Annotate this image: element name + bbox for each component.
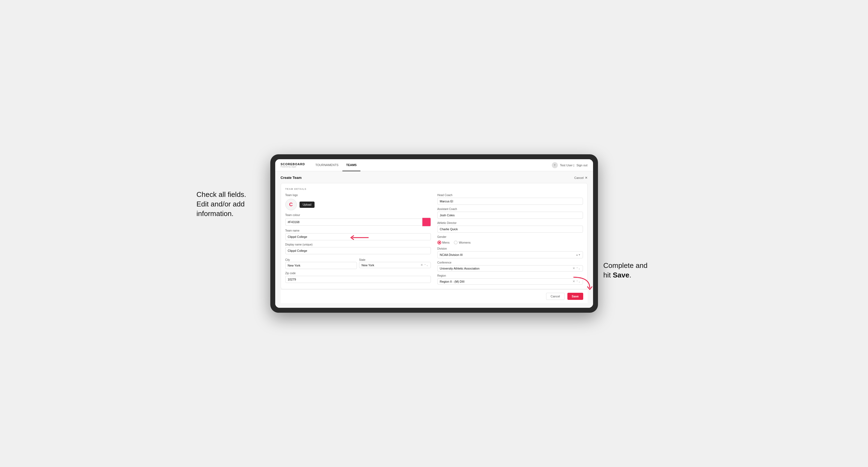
annotation-right: Complete andhit Save. [603,261,672,280]
city-group: City [285,257,357,269]
signout-link[interactable]: Sign out [577,164,587,167]
head-coach-group: Head Coach [437,194,583,205]
zip-group: Zip code [285,272,431,283]
assistant-coach-group: Assistant Coach [437,208,583,219]
city-label: City [285,258,290,261]
save-button[interactable]: Save [567,293,583,300]
display-name-label: Display name (unique) [285,243,431,246]
zip-input[interactable] [285,276,431,283]
display-name-group: Display name (unique) [285,243,431,254]
region-select[interactable]: Region II - (M) DIII ✕ ⌃⌄ [437,278,583,285]
team-colour-group: Team colour [285,214,431,226]
tablet-screen: SCOREBOARD Powered by clippd TOURNAMENTS… [275,159,593,308]
division-label: Division [437,247,583,250]
form-left-col: Team logo C Upload Team colo [285,194,431,285]
upload-button[interactable]: Upload [300,201,315,208]
radio-dot-womens [454,241,458,244]
close-icon: ✕ [585,176,588,180]
assistant-coach-label: Assistant Coach [437,208,583,211]
navbar: SCOREBOARD Powered by clippd TOURNAMENTS… [275,159,593,171]
radio-mens[interactable]: Mens [437,241,450,244]
division-select[interactable]: NCAA Division III [437,251,583,258]
head-coach-label: Head Coach [437,194,583,197]
division-select-wrapper: NCAA Division III ▲▼ [437,251,583,258]
tablet-frame: SCOREBOARD Powered by clippd TOURNAMENTS… [270,154,598,313]
state-clear-icon[interactable]: ✕ [421,263,423,267]
form-card: TEAM DETAILS Team logo C [281,183,588,289]
state-select[interactable]: New York ✕ ⌃⌄ [359,262,431,268]
city-input[interactable] [285,262,357,269]
head-coach-input[interactable] [437,198,583,205]
conference-clear-icon[interactable]: ✕ [572,267,575,270]
form-footer: Cancel Save [281,289,588,303]
cancel-top-button[interactable]: Cancel ✕ [574,176,587,180]
region-value: Region II - (M) DIII [440,280,464,283]
brand: SCOREBOARD Powered by clippd [281,162,305,168]
conference-select[interactable]: University Athletic Association ✕ ⌃⌄ [437,265,583,272]
radio-dot-mens [437,241,441,244]
conference-label: Conference [437,261,583,264]
section-label: TEAM DETAILS [285,188,583,190]
zip-label: Zip code [285,272,431,275]
conference-group: Conference University Athletic Associati… [437,261,583,272]
team-name-input[interactable] [285,233,431,240]
annotation-left: Check all fields.Edit and/or addinformat… [196,190,265,218]
state-label: State [359,258,365,261]
team-colour-label: Team colour [285,214,431,217]
tab-teams[interactable]: TEAMS [342,159,361,171]
user-avatar: T [552,162,558,168]
color-input-row [285,218,431,226]
display-name-input[interactable] [285,247,431,254]
color-swatch[interactable] [422,218,431,226]
page-content: Create Team Cancel ✕ TEAM DETAILS Team [275,171,593,308]
brand-subtitle: Powered by clippd [281,166,305,168]
division-group: Division NCAA Division III ▲▼ [437,247,583,258]
team-logo-group: Team logo C Upload [285,194,431,210]
form-right-col: Head Coach Assistant Coach Athletic Dire… [437,194,583,285]
tab-tournaments[interactable]: TOURNAMENTS [312,159,342,171]
gender-label: Gender [437,236,583,239]
conference-arrows-icon: ⌃⌄ [576,267,581,270]
state-group: State New York ✕ ⌃⌄ [359,257,431,269]
region-group: Region Region II - (M) DIII ✕ ⌃⌄ [437,274,583,285]
city-state-row: City State New York ✕ [285,257,431,269]
region-label: Region [437,274,583,277]
gender-group: Gender Mens Womens [437,236,583,244]
brand-title: SCOREBOARD [281,162,305,166]
user-label: Test User | [560,164,574,167]
nav-tabs: TOURNAMENTS TEAMS [312,159,552,171]
cancel-button[interactable]: Cancel [546,293,565,300]
gender-row: Mens Womens [437,241,583,244]
team-name-group: Team name [285,229,431,240]
city-state-group: City State New York ✕ [285,257,431,269]
logo-area: C Upload [285,199,431,210]
team-logo-label: Team logo [285,194,431,197]
team-name-label: Team name [285,229,431,232]
nav-right: T Test User | Sign out [552,162,588,168]
page-header: Create Team Cancel ✕ [281,176,588,180]
logo-circle: C [285,199,297,210]
state-arrows-icon: ⌃⌄ [424,264,428,267]
state-value: New York [362,263,374,267]
region-clear-icon[interactable]: ✕ [572,280,575,283]
page-title: Create Team [281,176,302,180]
form-grid: Team logo C Upload Team colo [285,194,583,285]
conference-value: University Athletic Association [440,267,480,270]
radio-womens[interactable]: Womens [454,241,470,244]
team-colour-input[interactable] [285,218,422,225]
athletic-director-label: Athletic Director [437,221,583,224]
athletic-director-group: Athletic Director [437,221,583,233]
region-arrows-icon: ⌃⌄ [576,280,581,283]
assistant-coach-input[interactable] [437,212,583,219]
athletic-director-input[interactable] [437,225,583,233]
